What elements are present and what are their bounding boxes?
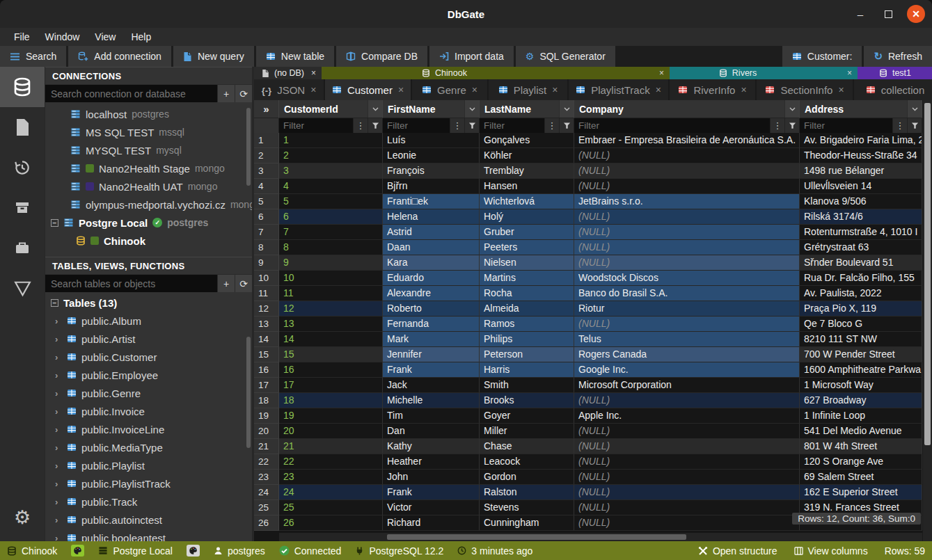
row-number[interactable]: 5 xyxy=(254,194,279,209)
filter-menu-icon[interactable]: ⋮ xyxy=(450,118,464,133)
cell-company[interactable]: (NULL) xyxy=(574,317,800,332)
cell-address[interactable]: 1600 Amphitheatre Parkwa xyxy=(800,362,922,378)
cell-customerid[interactable]: 24 xyxy=(279,485,383,500)
cell-customerid[interactable]: 11 xyxy=(279,286,383,301)
cell-firstname[interactable]: Kathy xyxy=(383,439,480,454)
menu-file[interactable]: File xyxy=(7,31,37,42)
status-item-palette[interactable] xyxy=(71,545,84,557)
cell-company[interactable]: (NULL) xyxy=(574,225,800,240)
cell-company[interactable]: Telus xyxy=(574,332,800,347)
rail-item-database[interactable] xyxy=(0,67,45,107)
table-item[interactable]: ›public.Customer xyxy=(45,348,252,366)
row-number[interactable]: 26 xyxy=(254,515,279,531)
row-number[interactable]: 11 xyxy=(254,286,279,301)
column-header-customerid[interactable]: CustomerId xyxy=(279,100,383,118)
cell-company[interactable]: Embraer - Empresa Brasileira de Aeronáut… xyxy=(574,133,800,148)
cell-address[interactable]: Qe 7 Bloco G xyxy=(800,317,922,332)
cell-customerid[interactable]: 26 xyxy=(279,515,383,531)
row-number[interactable]: 12 xyxy=(254,301,279,317)
cell-address[interactable]: 700 W Pender Street xyxy=(800,347,922,362)
filter-input-firstname[interactable] xyxy=(383,118,450,133)
tables-scrollbar[interactable] xyxy=(246,337,251,448)
cell-firstname[interactable]: Roberto xyxy=(383,301,480,317)
cell-company[interactable]: (NULL) xyxy=(574,255,800,271)
filter-funnel-icon[interactable] xyxy=(559,118,574,133)
cell-company[interactable]: (NULL) xyxy=(574,439,800,454)
cell-customerid[interactable]: 22 xyxy=(279,454,383,470)
cell-firstname[interactable]: Bjřrn xyxy=(383,179,480,194)
table-item[interactable]: ›public.Playlist xyxy=(45,456,252,474)
cell-address[interactable]: 8210 111 ST NW xyxy=(800,332,922,347)
filter-menu-icon[interactable]: ⋮ xyxy=(892,118,907,133)
rail-item-settings[interactable]: ⚙ xyxy=(14,506,31,529)
connection-item[interactable]: MS SQL TESTmssql xyxy=(45,123,252,141)
cell-address[interactable]: 627 Broadway xyxy=(800,393,922,408)
filter-input-company[interactable] xyxy=(574,118,770,133)
toolbar-button-compare-db[interactable]: Compare DB xyxy=(336,46,427,67)
maximize-button[interactable] xyxy=(879,5,897,23)
cell-company[interactable]: Apple Inc. xyxy=(574,408,800,424)
cell-address[interactable]: Ullevĺlsveien 14 xyxy=(800,179,922,194)
filter-input-address[interactable] xyxy=(800,118,892,133)
cell-firstname[interactable]: Fernanda xyxy=(383,317,480,332)
cell-customerid[interactable]: 23 xyxy=(279,470,383,485)
cell-customerid[interactable]: 8 xyxy=(279,240,383,255)
cell-company[interactable]: (NULL) xyxy=(574,393,800,408)
cell-customerid[interactable]: 20 xyxy=(279,424,383,439)
expand-all-button[interactable]: » xyxy=(254,100,279,118)
close-tab-icon[interactable]: × xyxy=(741,84,746,95)
cell-customerid[interactable]: 4 xyxy=(279,179,383,194)
row-number[interactable]: 16 xyxy=(254,362,279,378)
cell-firstname[interactable]: John xyxy=(383,470,480,485)
connection-item[interactable]: −Postgre Local✓postgres xyxy=(45,214,252,232)
chevron-right-icon[interactable]: › xyxy=(55,352,62,362)
tab-group-test1[interactable]: test1 xyxy=(858,67,932,79)
close-group-icon[interactable]: × xyxy=(311,68,316,78)
cell-company[interactable]: (NULL) xyxy=(574,500,800,515)
cell-customerid[interactable]: 18 xyxy=(279,393,383,408)
cell-firstname[interactable]: Luís xyxy=(383,133,480,148)
cell-address[interactable]: 1498 rue Bélanger xyxy=(800,163,922,179)
cell-firstname[interactable]: Eduardo xyxy=(383,271,480,286)
cell-firstname[interactable]: Kara xyxy=(383,255,480,271)
table-item[interactable]: ›public.Genre xyxy=(45,384,252,402)
close-tab-icon[interactable]: × xyxy=(838,84,844,95)
tab-riverinfo[interactable]: RiverInfo× xyxy=(670,79,757,100)
cell-lastname[interactable]: Peterson xyxy=(480,347,574,362)
close-tab-icon[interactable]: × xyxy=(472,84,477,95)
chevron-right-icon[interactable]: › xyxy=(55,316,62,326)
filter-menu-icon[interactable]: ⋮ xyxy=(353,118,368,133)
cell-address[interactable]: Grétrystraat 63 xyxy=(800,240,922,255)
cell-address[interactable]: 541 Del Medio Avenue xyxy=(800,424,922,439)
cell-customerid[interactable]: 5 xyxy=(279,194,383,209)
cell-firstname[interactable]: Tim xyxy=(383,408,480,424)
toolbar-button-add-connection[interactable]: Add connection xyxy=(68,46,171,67)
tab-genre[interactable]: Genre× xyxy=(412,79,489,100)
row-number[interactable]: 13 xyxy=(254,317,279,332)
cell-customerid[interactable]: 19 xyxy=(279,408,383,424)
filter-menu-icon[interactable]: ⋮ xyxy=(770,118,784,133)
cell-firstname[interactable]: Leonie xyxy=(383,148,480,163)
row-number[interactable]: 24 xyxy=(254,485,279,500)
cell-firstname[interactable]: Jennifer xyxy=(383,347,480,362)
cell-customerid[interactable]: 3 xyxy=(279,163,383,179)
column-dropdown-icon[interactable] xyxy=(559,100,574,118)
column-dropdown-icon[interactable] xyxy=(784,100,799,118)
connection-item[interactable]: Nano2Health UATmongo xyxy=(45,177,252,195)
cell-lastname[interactable]: Brooks xyxy=(480,393,574,408)
cell-customerid[interactable]: 21 xyxy=(279,439,383,454)
close-tab-icon[interactable]: × xyxy=(552,84,558,95)
cell-firstname[interactable]: Frank xyxy=(383,485,480,500)
tab-sectioninfo[interactable]: SectionInfo× xyxy=(757,79,854,100)
table-item[interactable]: ›public.Track xyxy=(45,493,252,511)
refresh-tables-button[interactable]: ⟳ xyxy=(235,275,252,292)
toolbar-button-new-query[interactable]: New query xyxy=(173,46,254,67)
cell-lastname[interactable]: Gonçalves xyxy=(480,133,574,148)
status-item-postgresql-12-2[interactable]: PostgreSQL 12.2 xyxy=(355,545,443,557)
tab-playlist[interactable]: Playlist× xyxy=(489,79,569,100)
row-number[interactable]: 21 xyxy=(254,439,279,454)
row-number[interactable]: 3 xyxy=(254,163,279,179)
status-item-connected[interactable]: Connected xyxy=(279,545,342,557)
table-item[interactable]: ›public.InvoiceLine xyxy=(45,420,252,438)
cell-firstname[interactable]: Heather xyxy=(383,454,480,470)
